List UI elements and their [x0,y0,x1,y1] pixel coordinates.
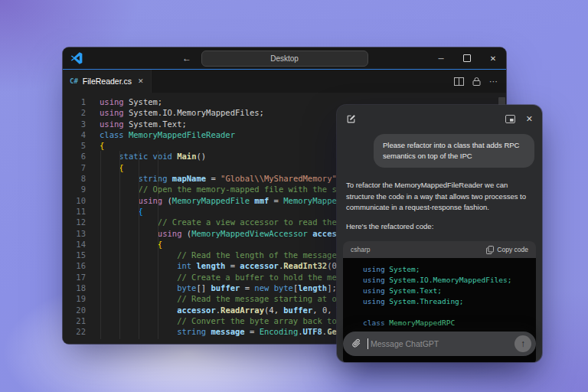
tab-filereader-cs[interactable]: C# FileReader.cs ✕ [63,70,152,93]
command-center-search[interactable]: Desktop [201,51,368,67]
chatgpt-close-icon[interactable]: ✕ [526,114,533,124]
nav-back-icon[interactable]: ← [182,53,191,64]
line-number: 1 [63,96,89,107]
maximize-icon [463,54,471,62]
code-line: using System; [352,264,527,275]
code-line: using System.IO.MemoryMappedFiles; [352,275,527,286]
line-number: 8 [63,173,89,184]
indent-guide [100,151,101,339]
line-number: 13 [63,228,89,239]
copy-code-label: Copy code [497,246,528,253]
copy-icon [486,246,494,254]
chatgpt-panel: ✕ Please refactor into a class that adds… [337,105,542,362]
code-block-header: csharp Copy code [343,241,536,258]
text-cursor [368,338,368,349]
minimize-button[interactable]: ─ [428,47,454,69]
line-number: 20 [63,305,89,315]
close-button[interactable]: ✕ [480,47,506,69]
code-line: using System.Threading; [352,296,527,307]
tab-label: FileReader.cs [83,77,132,86]
window-controls: ─ ✕ [428,47,506,69]
split-editor-icon[interactable] [454,77,464,86]
line-number: 5 [63,140,89,151]
copy-code-button[interactable]: Copy code [486,246,528,254]
line-number: 15 [63,250,89,260]
user-message-bubble: Please refactor into a class that adds R… [374,134,534,168]
new-chat-compose-icon[interactable] [346,114,356,124]
line-number: 16 [63,260,89,271]
line-number: 18 [63,283,89,293]
chat-input-bar[interactable]: Message ChatGPT ↑ [343,332,536,356]
indent-guide [139,151,139,339]
chatgpt-header: ✕ [337,105,542,129]
line-number: 19 [63,293,89,304]
assistant-message: Here's the refactored code: [346,221,533,233]
line-number: 4 [63,129,89,140]
maximize-button[interactable] [454,47,480,69]
vscode-tabbar: C# FileReader.cs ✕ ⋯ [63,69,506,93]
vscode-titlebar: ← → Desktop ─ ✕ [63,47,506,69]
line-number: 12 [63,217,89,227]
csharp-file-icon: C# [70,77,78,85]
line-number: 7 [63,162,89,173]
tab-close-icon[interactable]: ✕ [138,77,144,85]
command-center-label: Desktop [270,54,299,63]
line-number: 6 [63,151,89,162]
send-button[interactable]: ↑ [514,335,531,352]
more-actions-icon[interactable]: ⋯ [489,77,498,87]
code-line: class MemoryMappedRPC [352,318,527,328]
line-number: 22 [63,326,89,337]
line-number: 9 [63,184,89,194]
line-number: 2 [63,107,89,118]
line-number: 11 [63,206,89,217]
indent-guide [158,151,158,339]
code-language-label: csharp [351,246,371,253]
line-number: 10 [63,195,89,206]
line-number: 3 [63,119,89,129]
vscode-logo-icon [70,52,83,64]
pop-out-icon[interactable] [505,115,515,123]
attachment-paperclip-icon[interactable] [351,338,361,349]
line-number: 17 [63,272,89,283]
code-line: using System.Text; [352,286,527,296]
indent-guide [119,151,120,339]
line-number: 14 [63,239,89,250]
assistant-message: To refactor the MemoryMappedFileReader w… [346,180,533,214]
code-line [352,307,527,318]
message-input[interactable]: Message ChatGPT [371,339,514,348]
desktop-background: ← → Desktop ─ ✕ C# FileReader.cs ✕ [0,0,588,392]
line-number: 21 [63,315,89,326]
lock-icon[interactable] [472,77,481,86]
send-arrow-icon: ↑ [521,338,525,349]
